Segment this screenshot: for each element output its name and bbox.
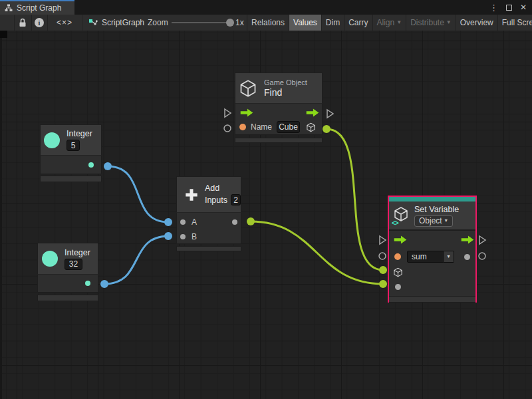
integer-node-5[interactable]: Integer 5	[40, 124, 102, 182]
set-variable-icon: <>	[393, 206, 409, 225]
overview-button[interactable]: Overview	[456, 15, 497, 31]
wire-add-to-setvariable-start-dot[interactable]	[247, 217, 255, 225]
toolbar-buttons: Relations Values Dim Carry Align▼ Distri…	[247, 15, 532, 31]
wire-integer5-to-add-a-end-dot[interactable]	[164, 218, 172, 226]
find-flow-out-port[interactable]	[327, 110, 333, 118]
graph-canvas[interactable]: Integer 5 Integer 32	[0, 31, 532, 399]
integer-value-field[interactable]: 32	[65, 259, 82, 270]
name-label: Name	[251, 122, 272, 132]
chevron-down-icon: ▼	[446, 20, 452, 25]
node-title: Find	[264, 87, 307, 98]
game-object-cube-icon	[239, 79, 257, 98]
node-title: Add	[205, 184, 241, 193]
find-name-input-port[interactable]	[239, 124, 246, 130]
wire-find-to-setvariable[interactable]	[327, 129, 383, 270]
setvariable-value-out-port[interactable]	[479, 253, 485, 259]
flow-out-arrow-icon[interactable]	[306, 108, 319, 117]
add-output-port[interactable]	[232, 219, 237, 225]
wire-find-to-setvariable-start-dot[interactable]	[323, 125, 331, 133]
node-title: Set Variable	[414, 205, 459, 214]
tab-bar: Script Graph ⋮ ✕	[0, 0, 532, 15]
full-screen-button[interactable]: Full Screen	[497, 15, 532, 31]
flow-in-arrow-icon[interactable]	[394, 235, 407, 244]
hierarchy-icon	[5, 4, 13, 12]
wire-integer5-to-add-a[interactable]	[108, 166, 168, 222]
values-button[interactable]: Values	[289, 15, 321, 31]
menu-icon[interactable]: ⋮	[489, 3, 498, 13]
zoom-slider-handle[interactable]	[226, 19, 234, 27]
value-input-port[interactable]	[395, 284, 401, 290]
wire-integer5-to-add-a-start-dot[interactable]	[104, 162, 112, 170]
plus-icon	[184, 186, 199, 203]
chevron-down-icon: ▾	[445, 218, 448, 223]
variable-kind-bar	[389, 197, 475, 201]
wire-integer32-to-add-b[interactable]	[104, 236, 168, 284]
zoom-label: Zoom	[148, 15, 168, 31]
setvariable-name-in-port[interactable]	[379, 253, 386, 259]
name-value-field[interactable]: Cube	[277, 121, 300, 133]
graph-breadcrumb[interactable]: ScriptGraph	[88, 15, 144, 31]
maximize-icon[interactable]	[506, 5, 512, 11]
info-icon: i	[35, 18, 44, 27]
game-object-return-icon	[306, 122, 316, 132]
node-footer	[40, 176, 102, 182]
set-variable-output-port[interactable]	[464, 254, 470, 260]
setvariable-flow-in-port[interactable]	[380, 236, 386, 244]
script-graph-icon	[88, 18, 98, 27]
port-a-label: A	[192, 217, 197, 227]
align-dropdown-button[interactable]: Align▼	[372, 15, 406, 31]
lock-button[interactable]	[14, 15, 31, 31]
setvariable-flow-out-port[interactable]	[479, 236, 485, 244]
integer-type-icon	[44, 132, 60, 148]
variable-kind-dropdown[interactable]: Object ▾	[414, 215, 453, 227]
graph-name-label: ScriptGraph	[102, 18, 144, 27]
wire-integer32-to-add-b-start-dot[interactable]	[100, 280, 108, 288]
node-footer	[176, 246, 241, 251]
tab-script-graph[interactable]: Script Graph	[0, 0, 74, 15]
integer-output-port[interactable]	[88, 162, 94, 168]
code-icon: <×>	[57, 18, 72, 27]
port-b-label: B	[192, 232, 197, 241]
node-title: Integer	[65, 248, 90, 257]
node-category: Game Object	[264, 78, 307, 86]
zoom-slider-track[interactable]	[172, 22, 227, 23]
variable-name-field[interactable]: sum	[407, 251, 444, 263]
window-controls: ⋮ ✕	[489, 0, 527, 15]
dim-button[interactable]: Dim	[321, 15, 344, 31]
integer-node-32[interactable]: Integer 32	[37, 243, 98, 301]
inputs-label: Inputs	[205, 196, 227, 205]
add-input-b-port[interactable]	[180, 234, 186, 239]
tab-title: Script Graph	[17, 3, 61, 13]
relations-button[interactable]: Relations	[247, 15, 289, 31]
find-name-in-port[interactable]	[224, 125, 231, 132]
set-variable-node[interactable]: <> Set Variable Object ▾	[388, 196, 477, 303]
integer-output-port[interactable]	[85, 281, 90, 286]
find-flow-in-port[interactable]	[225, 109, 231, 117]
script-graph-window: Script Graph ⋮ ✕ i <×>	[0, 0, 532, 399]
object-input-port[interactable]	[393, 267, 403, 277]
add-node[interactable]: Add Inputs 2 A B	[176, 176, 241, 251]
flow-out-arrow-icon[interactable]	[461, 235, 474, 244]
variable-name-dropdown[interactable]: ▾	[444, 251, 454, 263]
close-icon[interactable]: ✕	[520, 3, 527, 12]
info-button[interactable]: i	[31, 15, 47, 31]
variable-name-input-port[interactable]	[394, 253, 401, 260]
integer-type-icon	[42, 251, 58, 267]
wire-find-to-setvariable-end-dot[interactable]	[379, 266, 387, 274]
distribute-dropdown-button[interactable]: Distribute▼	[406, 15, 456, 31]
wire-add-to-setvariable-end-dot[interactable]	[379, 280, 387, 288]
node-title: Integer	[66, 129, 92, 138]
flow-in-arrow-icon[interactable]	[240, 108, 253, 117]
node-footer	[235, 138, 323, 143]
code-tag-icon: <>	[392, 219, 398, 227]
code-view-button[interactable]: <×>	[47, 15, 82, 31]
add-input-a-port[interactable]	[180, 219, 186, 225]
lock-icon	[19, 18, 27, 27]
inputs-count-field[interactable]: 2	[231, 194, 241, 205]
carry-button[interactable]: Carry	[344, 15, 372, 31]
wire-integer32-to-add-b-end-dot[interactable]	[164, 232, 172, 240]
game-object-find-node[interactable]: Game Object Find Name Cube	[235, 72, 323, 143]
integer-value-field[interactable]: 5	[66, 140, 80, 151]
node-footer	[389, 296, 475, 303]
chevron-down-icon: ▼	[396, 20, 402, 25]
